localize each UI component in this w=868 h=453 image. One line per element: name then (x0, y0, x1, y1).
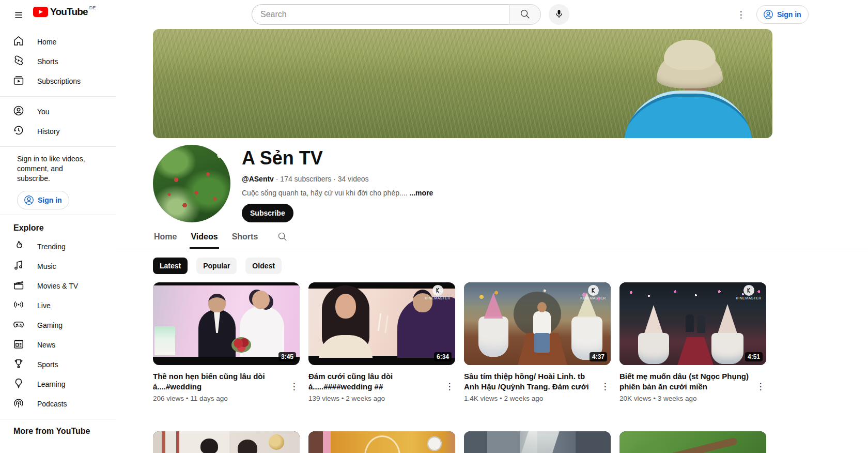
home-icon (12, 35, 25, 49)
sidebar-item-label: Sports (37, 360, 58, 369)
podcasts-icon (12, 397, 25, 411)
thumbnail-art (619, 431, 766, 453)
sidebar-item-home[interactable]: Home (0, 32, 116, 52)
channel-description: Cuộc sống quanh ta, hãy cứ vui khi đời c… (242, 189, 433, 197)
sidebar-item-you[interactable]: You (0, 102, 116, 122)
sidebar-item-trending[interactable]: Trending (0, 237, 116, 256)
signin-label: Sign in (777, 10, 801, 19)
video-thumbnail[interactable]: KINEMASTER 6:34 (308, 282, 455, 365)
sidebar-item-label: Music (37, 262, 56, 270)
sidebar-item-sports[interactable]: Sports (0, 355, 116, 374)
tab-home[interactable]: Home (153, 227, 178, 249)
video-title[interactable]: Thề non hẹn biển cũng lâu dòi á....#wedd… (153, 371, 288, 392)
video-title[interactable]: Đám cưới cũng lâu dòi á.....####wedding … (308, 371, 444, 392)
sidebar-item-news[interactable]: News (0, 335, 116, 355)
sidebar-item-label: Shorts (37, 57, 58, 66)
meta-dot: • (186, 395, 189, 402)
sidebar-divider (0, 419, 116, 419)
video-kebab-menu[interactable]: ⋮ (755, 371, 766, 402)
sidebar-divider (0, 96, 116, 97)
chip-oldest[interactable]: Oldest (245, 258, 282, 274)
video-thumbnail[interactable] (464, 431, 611, 453)
sidebar-item-history[interactable]: History (0, 122, 116, 141)
clapperboard-icon (12, 279, 25, 293)
sidebar-item-live[interactable]: Live (0, 296, 116, 315)
meta-dot: • (342, 395, 344, 402)
sidebar-item-label: Gaming (37, 321, 63, 329)
video-thumbnail[interactable] (153, 431, 300, 453)
signin-label: Sign in (38, 196, 62, 204)
filter-chips: Latest Popular Oldest (153, 258, 868, 274)
video-card (464, 431, 611, 453)
sidebar-item-label: Podcasts (37, 400, 67, 408)
trophy-icon (12, 357, 25, 372)
video-card: KINEMASTER 4:37 Sầu tím thiệp hồng/ Hoài… (464, 282, 611, 402)
thumbnail-art (153, 285, 300, 357)
thumbnail-art (153, 431, 300, 453)
tab-videos[interactable]: Videos (190, 227, 219, 249)
channel-meta: @ASentv · 174 subscribers · 34 videos (242, 175, 433, 183)
channel-name: A Sẻn TV (242, 148, 433, 169)
video-thumbnail[interactable]: KINEMASTER 4:37 (464, 282, 611, 365)
sidebar-item-subscriptions[interactable]: Subscriptions (0, 71, 116, 91)
sidebar-item-movies-tv[interactable]: Movies & TV (0, 276, 116, 296)
sidebar-divider (0, 215, 116, 215)
sidebar-item-gaming[interactable]: Gaming (0, 315, 116, 335)
watermark-label: KINEMASTER (736, 296, 762, 300)
kinemaster-icon (432, 285, 443, 296)
chip-popular[interactable]: Popular (196, 258, 237, 274)
channel-search-button[interactable] (277, 231, 288, 244)
video-views: 206 views (153, 395, 184, 402)
voice-search-button[interactable] (549, 4, 569, 25)
channel-avatar (153, 145, 230, 222)
tab-shorts[interactable]: Shorts (231, 227, 259, 249)
search-input[interactable] (252, 4, 509, 25)
topbar-kebab-menu[interactable]: ⋮ (731, 4, 751, 25)
hamburger-menu-button[interactable] (8, 5, 29, 26)
chip-latest[interactable]: Latest (153, 258, 188, 274)
sidebar-item-music[interactable]: Music (0, 256, 116, 276)
description-more-button[interactable]: ...more (409, 189, 433, 197)
sidebar-signin-button[interactable]: Sign in (17, 191, 69, 209)
video-kebab-menu[interactable]: ⋮ (599, 371, 611, 402)
live-icon (12, 298, 25, 313)
watermark-label: KINEMASTER (580, 296, 606, 300)
subscribe-button[interactable]: Subscribe (242, 204, 293, 222)
person-circle-icon (23, 194, 35, 206)
sidebar-item-label: Home (37, 38, 56, 46)
kinemaster-icon (588, 285, 599, 296)
trending-icon (12, 239, 25, 254)
video-thumbnail[interactable]: 3:45 (153, 282, 300, 365)
video-age: 11 days ago (190, 395, 228, 402)
video-kebab-menu[interactable]: ⋮ (444, 371, 455, 402)
more-from-youtube-title: More from YouTube (0, 425, 116, 436)
banner-person-shirt (624, 90, 753, 138)
meta-separator: · (276, 175, 278, 183)
video-kebab-menu[interactable]: ⋮ (288, 371, 300, 402)
banner-person-hat (657, 51, 723, 88)
video-card (308, 431, 455, 453)
video-views: 1.4K views (464, 395, 498, 402)
signin-promo-message: Sign in to like videos, comment, and sub… (17, 154, 97, 184)
video-title[interactable]: Biết mẹ muốn dâu (st Ngọc Phụng) phiên b… (619, 371, 755, 392)
sidebar-item-label: News (37, 341, 55, 349)
search-button[interactable] (509, 4, 541, 25)
video-views: 139 views (308, 395, 339, 402)
video-views: 20K views (619, 395, 652, 402)
sidebar-item-learning[interactable]: Learning (0, 374, 116, 394)
subscriptions-icon (12, 74, 25, 88)
video-thumbnail[interactable] (619, 431, 766, 453)
sidebar-item-label: Learning (37, 380, 66, 388)
sidebar-item-shorts[interactable]: Shorts (0, 52, 116, 71)
sidebar-item-podcasts[interactable]: Podcasts (0, 394, 116, 414)
topbar-signin-button[interactable]: Sign in (756, 5, 809, 24)
video-thumbnail[interactable] (308, 431, 455, 453)
video-title[interactable]: Sầu tím thiệp hồng/ Hoài Linh. tb Anh Hậ… (464, 371, 599, 392)
youtube-logo[interactable]: YouTube DE (33, 7, 96, 17)
watermark-clock-icon (427, 436, 442, 451)
sidebar-item-label: Live (37, 301, 51, 310)
magnifier-icon (277, 236, 288, 244)
video-thumbnail[interactable]: KINEMASTER 4:51 (619, 282, 766, 365)
you-icon (12, 104, 25, 119)
video-card (153, 431, 300, 453)
